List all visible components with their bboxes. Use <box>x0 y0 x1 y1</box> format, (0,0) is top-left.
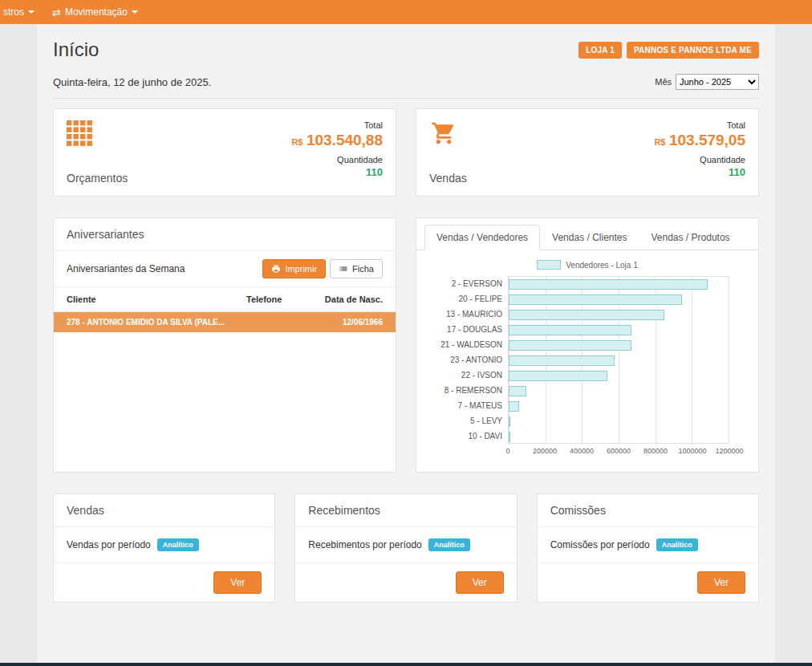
orcamentos-card: Orçamentos Total R$ 103.540,88 Quantidad… <box>53 108 396 197</box>
chart-gridline <box>729 277 729 443</box>
birthdays-subtitle: Aniversariantes da Semana <box>67 263 185 274</box>
bar-chart: Vendedores - Loja 1 2 - EVERSON20 - FELI… <box>416 250 758 466</box>
calculator-icon <box>67 120 128 148</box>
ver-button[interactable]: Ver <box>456 571 504 594</box>
total-value: 103.579,05 <box>669 132 745 148</box>
aniversariantes-panel: Aniversariantes Aniversariantes da Seman… <box>53 217 396 473</box>
panel-title: Recebimentos <box>295 494 516 527</box>
legend-swatch <box>537 260 561 270</box>
header-badges: LOJA 1 PANNOS E PANNOS LTDA ME <box>579 42 759 59</box>
column-cliente: Cliente <box>67 294 246 304</box>
print-button[interactable]: Imprimir <box>262 259 326 278</box>
legend-label: Vendedores - Loja 1 <box>566 261 638 270</box>
panel-title: Vendas <box>54 494 274 527</box>
total-value: 103.540,88 <box>307 132 383 148</box>
chart-bar-row <box>509 292 729 307</box>
current-date: Quinta-feira, 12 de junho de 2025. <box>53 76 211 88</box>
page-header: Início LOJA 1 PANNOS E PANNOS LTDA ME <box>53 39 759 61</box>
chart-category-label: 13 - MAURICIO <box>431 307 508 322</box>
nav-item-cadastros[interactable]: stros <box>3 6 35 18</box>
report-label: Vendas por período <box>67 539 151 550</box>
ficha-button[interactable]: Ficha <box>330 259 383 278</box>
chart-bar-row <box>509 384 729 399</box>
panel-title: Comissões <box>538 494 758 527</box>
panel-title: Aniversariantes <box>54 218 396 251</box>
month-picker: Mês Junho - 2025 <box>655 74 759 90</box>
date-row: Quinta-feira, 12 de junho de 2025. Mês J… <box>53 74 759 90</box>
chart-plot <box>508 276 729 444</box>
total-label: Total <box>291 120 383 130</box>
chart-category-label: 17 - DOUGLAS <box>431 322 508 337</box>
chart-bar <box>509 371 607 381</box>
chart-bar <box>509 310 664 320</box>
top-navbar: stros ⇄ Movimentação <box>0 0 812 24</box>
chart-bar <box>509 386 526 396</box>
chart-bar-row <box>509 414 729 429</box>
analitico-badge: Analítico <box>428 538 470 551</box>
chart-tick-label: 1000000 <box>678 447 706 455</box>
column-telefone: Telefone <box>246 294 311 304</box>
total-label: Total <box>654 120 745 130</box>
chart-bar-row <box>509 277 729 292</box>
reports-row: Vendas Vendas por período Analítico Ver … <box>53 493 759 603</box>
total-amount: R$ 103.540,88 <box>291 132 383 149</box>
chart-category-label: 2 - EVERSON <box>431 276 508 291</box>
currency: R$ <box>654 137 665 147</box>
chart-bar <box>509 279 708 290</box>
chart-bar-row <box>509 368 729 384</box>
chart-tick-label: 400000 <box>570 447 594 455</box>
chart-bar-row <box>509 399 729 414</box>
chart-category-label: 7 - MATEUS <box>431 398 508 413</box>
cell-cliente: 278 - ANTONIO EMIDIO DA SILVA (PALE... <box>67 318 246 327</box>
ver-button[interactable]: Ver <box>697 571 745 594</box>
chart-category-label: 21 - WALDESON <box>431 337 508 352</box>
chart-legend: Vendedores - Loja 1 <box>431 260 744 270</box>
chart-bar-row <box>509 429 729 445</box>
chart-bar <box>509 294 682 305</box>
chart-category-label: 10 - DAVI <box>431 428 508 444</box>
month-select[interactable]: Junho - 2025 <box>676 74 759 90</box>
report-label: Comissões por período <box>550 539 650 550</box>
month-label: Mês <box>655 77 672 87</box>
chart-xticks: 020000040000060000080000010000001200000 <box>508 447 729 458</box>
sales-chart-panel: Vendas / Vendedores Vendas / Clientes Ve… <box>416 217 759 473</box>
dotted-separator <box>53 98 759 99</box>
tab-vendas-clientes[interactable]: Vendas / Clientes <box>540 225 639 250</box>
nav-item-label: stros <box>3 6 24 18</box>
table-row[interactable]: 278 - ANTONIO EMIDIO DA SILVA (PALE... 1… <box>54 312 396 332</box>
chart-tick-label: 0 <box>505 447 510 455</box>
print-button-label: Imprimir <box>285 264 317 274</box>
chart-tick-label: 200000 <box>533 447 557 455</box>
comissoes-report-card: Comissões Comissões por período Analític… <box>537 493 759 603</box>
store-badge[interactable]: LOJA 1 <box>579 42 622 59</box>
analitico-badge: Analítico <box>656 538 698 551</box>
chevron-down-icon <box>28 10 35 14</box>
chart-bar <box>509 432 510 442</box>
tab-vendas-produtos[interactable]: Vendas / Produtos <box>639 225 742 250</box>
quantity-value: 110 <box>654 166 745 178</box>
nav-item-movimentacao[interactable]: ⇄ Movimentação <box>52 6 138 18</box>
cell-data-nasc: 12/06/1966 <box>311 318 383 327</box>
quantity-label: Quantidade <box>291 155 383 164</box>
birthdays-table-header: Cliente Telefone Data de Nasc. <box>54 287 396 312</box>
chart-bar-row <box>509 353 729 368</box>
chart-bar <box>509 340 631 351</box>
tab-vendas-vendedores[interactable]: Vendas / Vendedores <box>424 225 540 250</box>
card-title: Vendas <box>429 172 467 185</box>
quantity-label: Quantidade <box>654 155 745 164</box>
page-title: Início <box>53 39 99 61</box>
ver-button[interactable]: Ver <box>213 571 262 594</box>
report-label: Recebimentos por período <box>308 539 421 550</box>
chart-category-label: 20 - FELIPE <box>431 291 508 307</box>
printer-icon <box>271 264 281 274</box>
recebimentos-report-card: Recebimentos Recebimentos por período An… <box>294 493 517 603</box>
nav-item-label: Movimentação <box>65 6 128 18</box>
currency: R$ <box>291 137 302 147</box>
sales-tabs: Vendas / Vendedores Vendas / Clientes Ve… <box>416 218 758 250</box>
company-badge[interactable]: PANNOS E PANNOS LTDA ME <box>627 42 759 59</box>
cart-icon <box>429 120 467 146</box>
chart-bar <box>509 401 519 412</box>
chart-category-label: 23 - ANTONIO <box>431 352 508 368</box>
list-icon <box>339 264 348 274</box>
chevron-down-icon <box>132 10 138 14</box>
